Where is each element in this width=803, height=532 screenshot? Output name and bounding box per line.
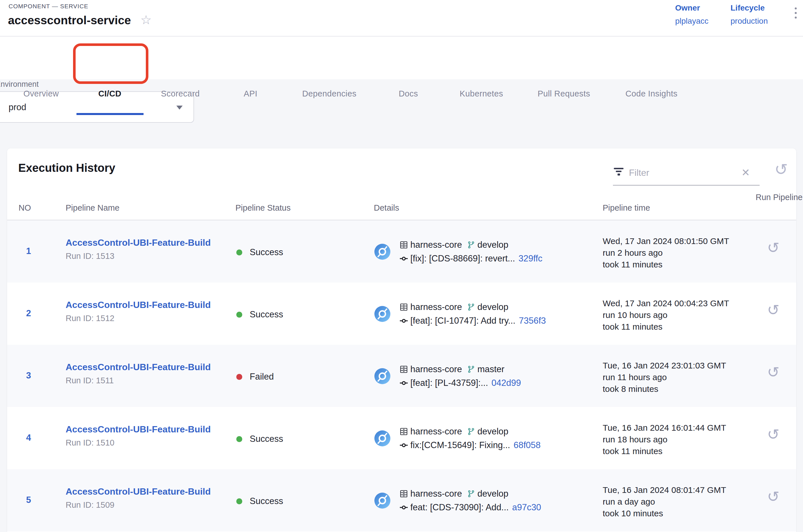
repository-name: harness-core xyxy=(410,302,462,312)
tab-code-insights[interactable]: Code Insights xyxy=(626,89,678,98)
pipeline-time-cell: Wed, 17 Jan 2024 00:04:23 GMT run 10 hou… xyxy=(603,298,729,332)
time-absolute: Tue, 16 Jan 2024 23:01:03 GMT xyxy=(603,360,726,371)
git-branch-icon xyxy=(467,241,475,249)
owner-label: Owner xyxy=(675,3,729,13)
time-relative: run 10 hours ago xyxy=(603,309,729,321)
commit-hash-link[interactable]: a97c30 xyxy=(512,502,541,513)
repository-icon xyxy=(400,427,408,436)
status-cell: Success xyxy=(236,496,283,506)
tab-overview[interactable]: Overview xyxy=(23,89,59,98)
tab-scorecard[interactable]: Scorecard xyxy=(161,89,200,98)
status-cell: Failed xyxy=(236,372,274,382)
commit-hash-link[interactable]: 329ffc xyxy=(518,253,542,264)
table-row: 5 AccessControl-UBI-Feature-Build Run ID… xyxy=(7,469,796,531)
pipeline-time-cell: Tue, 16 Jan 2024 23:01:03 GMT run 11 hou… xyxy=(603,360,726,395)
run-id: Run ID: 1509 xyxy=(65,500,211,510)
table-row: 1 AccessControl-UBI-Feature-Build Run ID… xyxy=(7,220,796,283)
harness-ci-icon[interactable] xyxy=(375,306,390,322)
pipeline-name-link[interactable]: AccessControl-UBI-Feature-Build xyxy=(65,486,211,497)
time-relative: run a day ago xyxy=(603,496,726,508)
time-duration: took 8 minutes xyxy=(603,383,726,395)
col-name: Pipeline Name xyxy=(65,203,119,213)
status-dot xyxy=(236,374,242,380)
entity-header: COMPONENT — SERVICE accesscontrol-servic… xyxy=(0,0,803,37)
status-label: Failed xyxy=(250,372,274,382)
pipeline-name-cell: AccessControl-UBI-Feature-Build Run ID: … xyxy=(65,300,211,323)
pipeline-time-cell: Wed, 17 Jan 2024 08:01:50 GMT run 2 hour… xyxy=(603,235,729,270)
harness-ci-icon[interactable] xyxy=(375,244,390,260)
tab-api[interactable]: API xyxy=(244,89,257,98)
favorite-star-icon[interactable]: ☆ xyxy=(140,14,152,26)
commit-message: fix:[CCM-15649]: Fixing... xyxy=(410,440,510,450)
row-number[interactable]: 5 xyxy=(20,495,37,505)
harness-ci-icon[interactable] xyxy=(375,431,390,446)
row-number[interactable]: 2 xyxy=(20,308,37,319)
tab-docs[interactable]: Docs xyxy=(399,89,418,98)
time-duration: took 11 minutes xyxy=(603,445,726,457)
chevron-down-icon xyxy=(176,106,183,110)
kebab-menu-icon[interactable] xyxy=(790,7,801,30)
commit-message: [fix]: [CDS-88669]: revert... xyxy=(410,253,515,264)
table-row: 4 AccessControl-UBI-Feature-Build Run ID… xyxy=(7,407,796,469)
pipeline-name-cell: AccessControl-UBI-Feature-Build Run ID: … xyxy=(65,424,211,448)
commit-hash-link[interactable]: 68f058 xyxy=(514,440,541,450)
time-absolute: Wed, 17 Jan 2024 08:01:50 GMT xyxy=(603,235,729,247)
pipeline-name-cell: AccessControl-UBI-Feature-Build Run ID: … xyxy=(65,486,211,510)
lifecycle-value[interactable]: production xyxy=(730,17,785,26)
row-number[interactable]: 3 xyxy=(20,370,37,381)
row-number[interactable]: 4 xyxy=(20,433,37,443)
time-duration: took 11 minutes xyxy=(603,321,729,332)
pipeline-name-link[interactable]: AccessControl-UBI-Feature-Build xyxy=(65,238,211,248)
owner-link[interactable]: plplayacc xyxy=(675,17,729,26)
tab-pull-requests[interactable]: Pull Requests xyxy=(538,89,590,98)
branch-name: develop xyxy=(477,489,509,499)
status-cell: Success xyxy=(236,309,283,320)
time-relative: run 18 hours ago xyxy=(603,434,726,445)
row-number[interactable]: 1 xyxy=(20,246,37,256)
col-no: NO xyxy=(19,203,31,213)
repository-name: harness-core xyxy=(410,489,462,499)
commit-message: [feat]: [PL-43759]:... xyxy=(410,378,488,388)
tab-bar: Overview CI/CD Scorecard API Dependencie… xyxy=(0,37,803,79)
col-status: Pipeline Status xyxy=(235,203,290,213)
git-commit-icon xyxy=(400,379,408,387)
run-pipeline-button[interactable]: ↺ xyxy=(767,365,780,380)
table-row: 2 AccessControl-UBI-Feature-Build Run ID… xyxy=(7,283,796,345)
git-branch-icon xyxy=(467,303,475,311)
run-pipeline-button[interactable]: ↺ xyxy=(767,240,780,255)
environment-label: Environment xyxy=(0,80,39,89)
git-branch-icon xyxy=(467,365,475,373)
tab-cicd[interactable]: CI/CD xyxy=(98,89,121,98)
status-label: Success xyxy=(250,309,283,320)
status-cell: Success xyxy=(236,247,283,258)
harness-ci-icon[interactable] xyxy=(375,493,390,509)
commit-hash-link[interactable]: 7356f3 xyxy=(519,316,546,326)
commit-hash-link[interactable]: 042d99 xyxy=(491,378,521,388)
lifecycle-meta: Lifecycle production xyxy=(730,3,785,26)
tab-kubernetes[interactable]: Kubernetes xyxy=(460,89,503,98)
tab-dependencies[interactable]: Dependencies xyxy=(302,89,357,98)
run-pipeline-button[interactable]: ↺ xyxy=(767,303,780,317)
branch-name: develop xyxy=(477,302,509,312)
pipeline-name-link[interactable]: AccessControl-UBI-Feature-Build xyxy=(65,300,211,310)
status-dot xyxy=(236,436,242,442)
commit-message: [feat]: [CI-10747]: Add try... xyxy=(410,316,515,326)
refresh-icon[interactable]: ↺ xyxy=(775,162,788,177)
time-absolute: Tue, 16 Jan 2024 08:01:47 GMT xyxy=(603,484,726,496)
harness-ci-icon[interactable] xyxy=(375,368,390,384)
details-cell: harness-core develop [fix]: [CDS-88669]:… xyxy=(375,240,542,264)
filter-icon[interactable] xyxy=(613,168,624,177)
git-branch-icon xyxy=(467,428,475,436)
pipeline-name-link[interactable]: AccessControl-UBI-Feature-Build xyxy=(65,362,211,372)
pipeline-name-link[interactable]: AccessControl-UBI-Feature-Build xyxy=(65,424,211,434)
col-details: Details xyxy=(374,203,399,213)
run-id: Run ID: 1512 xyxy=(65,314,211,323)
pipeline-time-cell: Tue, 16 Jan 2024 16:01:44 GMT run 18 hou… xyxy=(603,422,726,457)
time-relative: run 11 hours ago xyxy=(603,371,726,383)
clear-filter-icon[interactable]: ✕ xyxy=(741,167,750,179)
run-pipeline-button[interactable]: ↺ xyxy=(767,427,780,442)
time-relative: run 2 hours ago xyxy=(603,247,729,259)
entity-kind-label: COMPONENT — SERVICE xyxy=(8,3,89,10)
filter-input[interactable] xyxy=(629,166,734,180)
run-pipeline-button[interactable]: ↺ xyxy=(767,489,780,504)
